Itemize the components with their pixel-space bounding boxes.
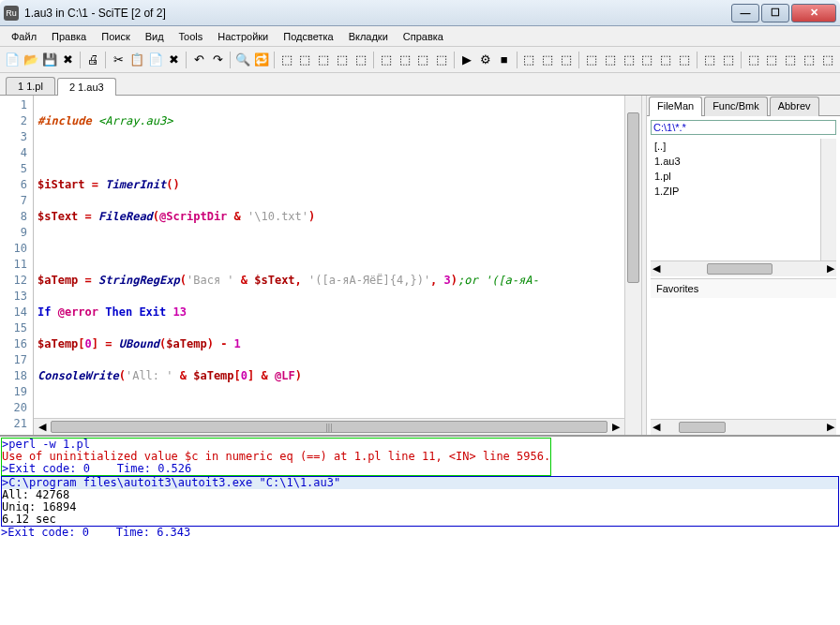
- editor-vscrollbar[interactable]: [624, 96, 641, 435]
- tool-icon[interactable]: ⬚: [657, 52, 674, 68]
- filelist-hscrollbar[interactable]: ◀▶: [651, 260, 836, 276]
- editor-hscrollbar[interactable]: ◀|||▶: [34, 418, 624, 435]
- new-icon[interactable]: 📄: [4, 52, 21, 68]
- find-icon[interactable]: 🔍: [234, 52, 251, 68]
- file-item[interactable]: 1.pl: [651, 169, 836, 184]
- minimize-button[interactable]: —: [731, 4, 759, 22]
- tool-icon[interactable]: ⬚: [278, 52, 295, 68]
- file-list[interactable]: [..] 1.au3 1.pl 1.ZIP: [651, 139, 836, 260]
- tool-icon[interactable]: ⬚: [583, 52, 600, 68]
- window-titlebar: Ru 1.au3 in C:\1 - SciTE [2 of 2] — ☐ ✕: [0, 0, 840, 26]
- menu-bar: Файл Правка Поиск Вид Tools Настройки По…: [0, 26, 840, 47]
- file-item-parent[interactable]: [..]: [651, 139, 836, 154]
- window-title: 1.au3 in C:\1 - SciTE [2 of 2]: [24, 7, 731, 20]
- tool-icon[interactable]: ⬚: [602, 52, 619, 68]
- menu-highlight[interactable]: Подсветка: [276, 28, 340, 45]
- file-item[interactable]: 1.au3: [651, 154, 836, 169]
- editor-pane: 123456789101112131415161718192021 #inclu…: [0, 96, 641, 435]
- open-icon[interactable]: 📂: [22, 52, 39, 68]
- favorites-header[interactable]: Favorites: [651, 278, 836, 298]
- tool-icon[interactable]: ⬚: [782, 52, 799, 68]
- redo-icon[interactable]: ↷: [209, 52, 226, 68]
- stop-icon[interactable]: ■: [496, 52, 513, 68]
- tab-func-bmk[interactable]: Func/Bmk: [704, 97, 768, 116]
- tool-icon[interactable]: ⬚: [397, 52, 413, 68]
- tool-icon[interactable]: ⬚: [676, 52, 693, 68]
- menu-tabs[interactable]: Вкладки: [341, 28, 396, 45]
- menu-help[interactable]: Справка: [396, 28, 451, 45]
- tool-icon[interactable]: ⬚: [558, 52, 575, 68]
- document-tabs: 1 1.pl 2 1.au3: [0, 73, 840, 96]
- tool-icon[interactable]: ⬚: [297, 52, 314, 68]
- close-button[interactable]: ✕: [791, 4, 836, 22]
- tool-icon[interactable]: ⬚: [701, 52, 718, 68]
- tool-icon[interactable]: ⬚: [352, 52, 369, 68]
- tool-icon[interactable]: ⬚: [433, 52, 450, 68]
- path-input[interactable]: [651, 120, 836, 135]
- undo-icon[interactable]: ↶: [190, 52, 207, 68]
- app-icon: Ru: [4, 6, 19, 21]
- tool-icon[interactable]: ⬚: [639, 52, 656, 68]
- filelist-vscrollbar[interactable]: [820, 139, 836, 260]
- tool-icon[interactable]: ⬚: [801, 52, 818, 68]
- tool-icon[interactable]: ⬚: [763, 52, 780, 68]
- side-panel: FileMan Func/Bmk Abbrev [..] 1.au3 1.pl …: [647, 96, 840, 435]
- menu-tools[interactable]: Tools: [172, 28, 211, 45]
- main-toolbar: 📄 📂 💾 ✖ 🖨 ✂ 📋 📄 ✖ ↶ ↷ 🔍 🔁 ⬚ ⬚ ⬚ ⬚ ⬚ ⬚ ⬚ …: [0, 47, 840, 73]
- tab-fileman[interactable]: FileMan: [649, 97, 702, 116]
- menu-view[interactable]: Вид: [138, 28, 172, 45]
- delete-icon[interactable]: ✖: [166, 52, 183, 68]
- output-pane[interactable]: >perl -w 1.pl Use of uninitialized value…: [0, 435, 840, 618]
- compile-icon[interactable]: ⚙: [477, 52, 494, 68]
- print-icon[interactable]: 🖨: [84, 52, 101, 68]
- tool-icon[interactable]: ⬚: [720, 52, 737, 68]
- tool-icon[interactable]: ⬚: [539, 52, 556, 68]
- code-editor[interactable]: #include <Array.au3> $iStart = TimerInit…: [34, 96, 624, 418]
- tool-icon[interactable]: ⬚: [315, 52, 332, 68]
- tool-icon[interactable]: ⬚: [414, 52, 431, 68]
- run-icon[interactable]: ▶: [458, 52, 475, 68]
- replace-icon[interactable]: 🔁: [253, 52, 270, 68]
- file-item[interactable]: 1.ZIP: [651, 184, 836, 199]
- tab-1-pl[interactable]: 1 1.pl: [6, 77, 55, 95]
- close-icon[interactable]: ✖: [59, 52, 76, 68]
- menu-search[interactable]: Поиск: [94, 28, 137, 45]
- menu-file[interactable]: Файл: [4, 28, 44, 45]
- tool-icon[interactable]: ⬚: [521, 52, 538, 68]
- save-icon[interactable]: 💾: [41, 52, 58, 68]
- side-hscrollbar[interactable]: ◀▶: [651, 419, 836, 435]
- tool-icon[interactable]: ⬚: [819, 52, 836, 68]
- tab-abbrev[interactable]: Abbrev: [770, 97, 819, 116]
- tool-icon[interactable]: ⬚: [334, 52, 351, 68]
- menu-settings[interactable]: Настройки: [210, 28, 276, 45]
- tool-icon[interactable]: ⬚: [621, 52, 638, 68]
- menu-edit[interactable]: Правка: [44, 28, 94, 45]
- cut-icon[interactable]: ✂: [110, 52, 127, 68]
- tool-icon[interactable]: ⬚: [378, 52, 395, 68]
- paste-icon[interactable]: 📄: [147, 52, 164, 68]
- tab-1-au3[interactable]: 2 1.au3: [57, 78, 116, 96]
- copy-icon[interactable]: 📋: [128, 52, 145, 68]
- line-number-gutter: 123456789101112131415161718192021: [0, 96, 34, 435]
- maximize-button[interactable]: ☐: [761, 4, 789, 22]
- tool-icon[interactable]: ⬚: [745, 52, 762, 68]
